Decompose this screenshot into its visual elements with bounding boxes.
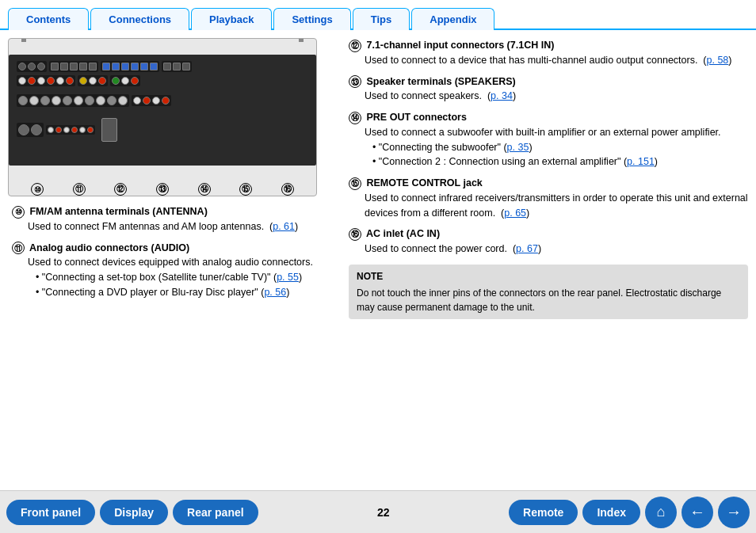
callout-labels: ⑩ ⑪ ⑫ ⑬ ⑭ ⑮ ⑯ bbox=[9, 176, 316, 196]
link-p56[interactable]: p. 56 bbox=[264, 287, 286, 298]
port bbox=[87, 127, 94, 133]
port bbox=[55, 127, 62, 133]
analog-audio-group bbox=[46, 125, 95, 135]
callout-15: ⑮ bbox=[239, 183, 252, 196]
link-p55[interactable]: p. 55 bbox=[277, 272, 299, 283]
section-16: ⑯ AC inlet (AC IN) Used to connect the p… bbox=[349, 227, 748, 257]
section-10-title: FM/AM antenna terminals (ANTENNA) bbox=[29, 206, 207, 217]
section-11-body: Used to connect devices equipped with an… bbox=[28, 255, 329, 299]
port bbox=[56, 77, 64, 85]
port bbox=[121, 63, 129, 70]
link-p151[interactable]: p. 151 bbox=[627, 156, 655, 167]
port bbox=[131, 77, 139, 85]
tab-playback[interactable]: Playback bbox=[191, 8, 272, 30]
antenna-left bbox=[21, 38, 26, 42]
section-num-14: ⑭ bbox=[349, 112, 361, 124]
speaker-terminal bbox=[118, 96, 128, 105]
section-14-body: Used to connect a subwoofer with built-i… bbox=[365, 125, 748, 169]
section-15: ⑮ REMOTE CONTROL jack Used to connect in… bbox=[349, 176, 748, 220]
port bbox=[89, 77, 97, 85]
pre-out-group bbox=[132, 95, 171, 106]
port bbox=[70, 63, 78, 70]
port bbox=[28, 77, 36, 85]
rear-panel-button[interactable]: Rear panel bbox=[173, 500, 258, 525]
section-12: ⑫ 7.1-channel input connectors (7.1CH IN… bbox=[349, 38, 748, 68]
port-group-1 bbox=[17, 61, 47, 72]
callout-14: ⑭ bbox=[198, 183, 211, 196]
link-p35[interactable]: p. 35 bbox=[507, 142, 529, 153]
section-14-title: PRE OUT connectors bbox=[366, 112, 466, 123]
port bbox=[66, 77, 74, 85]
section-12-body: Used to connect to a device that has mul… bbox=[365, 53, 748, 68]
front-panel-button[interactable]: Front panel bbox=[6, 500, 95, 525]
port bbox=[112, 63, 120, 70]
forward-icon: → bbox=[726, 503, 742, 521]
port bbox=[18, 63, 26, 70]
link-p65[interactable]: p. 65 bbox=[504, 207, 526, 219]
back-icon: ← bbox=[689, 503, 705, 521]
section-13-body: Used to connect speakers. (p. 34) bbox=[365, 89, 748, 104]
section-13: ⑬ Speaker terminals (SPEAKERS) Used to c… bbox=[349, 74, 748, 105]
section-14: ⑭ PRE OUT connectors Used to connect a s… bbox=[349, 110, 748, 169]
display-button[interactable]: Display bbox=[100, 500, 168, 525]
port bbox=[47, 77, 55, 85]
section-16-title: AC inlet (AC IN) bbox=[366, 228, 440, 239]
tab-appendix[interactable]: Appendix bbox=[411, 8, 494, 30]
speaker-terminal bbox=[18, 96, 28, 105]
fm-antenna-port bbox=[18, 124, 29, 135]
back-button[interactable]: ← bbox=[682, 497, 713, 528]
device-image: ⑩ ⑪ ⑫ ⑬ ⑭ ⑮ ⑯ bbox=[8, 38, 317, 196]
left-text-sections: ⑩ FM/AM antenna terminals (ANTENNA) Used… bbox=[8, 204, 333, 300]
port bbox=[28, 63, 36, 70]
port bbox=[150, 63, 158, 70]
port bbox=[79, 63, 87, 70]
port-group-7 bbox=[110, 75, 140, 86]
section-num-11: ⑪ bbox=[12, 242, 25, 254]
speaker-terminal bbox=[107, 96, 116, 105]
remote-button[interactable]: Remote bbox=[509, 500, 578, 525]
port bbox=[37, 63, 45, 70]
speaker-terminal bbox=[52, 96, 61, 105]
section-16-body: Used to connect the power cord. (p. 67) bbox=[365, 242, 748, 257]
tab-tips[interactable]: Tips bbox=[353, 8, 410, 30]
tab-contents[interactable]: Contents bbox=[8, 8, 89, 30]
port bbox=[162, 97, 170, 105]
section-num-12: ⑫ bbox=[349, 40, 361, 52]
speaker-terminal bbox=[85, 96, 94, 105]
link-p61[interactable]: p. 61 bbox=[273, 221, 295, 232]
port bbox=[112, 77, 120, 85]
speaker-terminal bbox=[63, 96, 72, 105]
note-body: Do not touch the inner pins of the conne… bbox=[357, 286, 740, 314]
callout-12: ⑫ bbox=[114, 183, 127, 196]
section-num-13: ⑬ bbox=[349, 75, 361, 88]
port bbox=[121, 77, 129, 85]
callout-16: ⑯ bbox=[281, 183, 294, 196]
link-p34[interactable]: p. 34 bbox=[491, 90, 513, 101]
home-icon: ⌂ bbox=[657, 504, 666, 520]
forward-button[interactable]: → bbox=[718, 497, 750, 528]
page-number: 22 bbox=[263, 506, 504, 519]
section-11: ⑪ Analog audio connectors (AUDIO) Used t… bbox=[12, 241, 329, 300]
home-button[interactable]: ⌂ bbox=[645, 497, 677, 528]
port bbox=[98, 77, 106, 85]
tab-connections[interactable]: Connections bbox=[90, 8, 189, 30]
callout-10: ⑩ bbox=[31, 183, 44, 196]
port bbox=[63, 127, 70, 133]
section-15-body: Used to connect infrared receivers/trans… bbox=[365, 191, 748, 221]
speaker-terminals bbox=[17, 94, 129, 107]
port-group-5 bbox=[17, 75, 75, 86]
section-10-body: Used to connect FM antennas and AM loop … bbox=[28, 219, 329, 234]
tab-settings[interactable]: Settings bbox=[273, 8, 350, 30]
device-body bbox=[9, 55, 316, 166]
port bbox=[51, 63, 59, 70]
index-button[interactable]: Index bbox=[582, 500, 640, 525]
antenna-group bbox=[17, 123, 44, 137]
port bbox=[71, 127, 78, 133]
speaker-terminal bbox=[96, 96, 105, 105]
port bbox=[60, 63, 68, 70]
port bbox=[89, 63, 97, 70]
link-p67[interactable]: p. 67 bbox=[516, 243, 538, 254]
callout-13: ⑬ bbox=[156, 183, 169, 196]
port bbox=[102, 63, 110, 70]
link-p58[interactable]: p. 58 bbox=[707, 55, 729, 66]
